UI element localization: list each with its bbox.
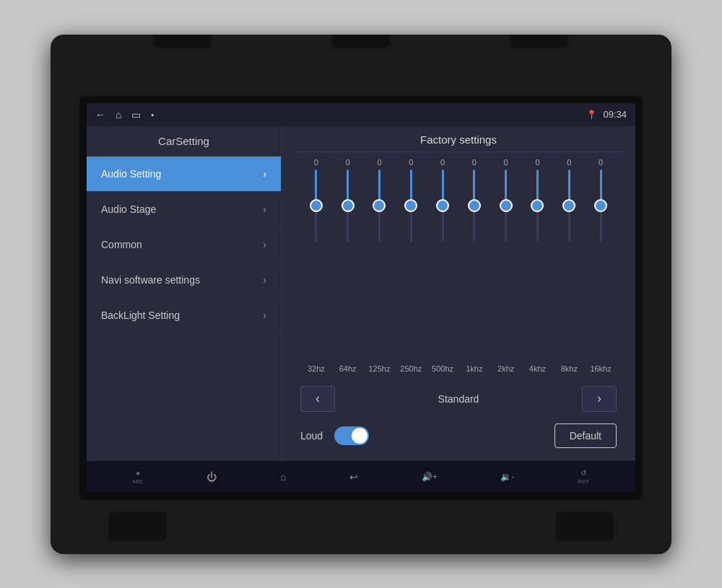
notif-icon: ▪ <box>151 110 154 119</box>
bottom-bar-power[interactable]: ⏻ <box>206 471 217 483</box>
eq-slider-col-2 <box>364 170 396 364</box>
eq-sliders-row <box>293 170 624 364</box>
eq-val-4: 0 <box>430 158 456 167</box>
top-mounting-tabs <box>51 35 671 48</box>
eq-labels-row: 32hz64hz125hz250hz500hz1khz2khz4khz8khz1… <box>293 364 624 373</box>
bottom-bar-home[interactable]: ⌂ <box>280 471 286 483</box>
loud-row: Loud Default <box>293 418 624 454</box>
equalizer: 0 0 0 0 0 0 0 0 0 0 <box>293 158 624 376</box>
sidebar-item-backlight-label: BackLight Setting <box>101 310 180 321</box>
sidebar-item-common[interactable]: Common › <box>87 227 281 263</box>
default-button[interactable]: Default <box>554 424 617 448</box>
eq-track-1[interactable] <box>347 170 349 242</box>
eq-val-8: 0 <box>556 158 582 167</box>
loud-toggle[interactable] <box>334 426 369 445</box>
home-icon: ⌂ <box>280 471 286 483</box>
eq-slider-col-0 <box>300 170 332 364</box>
eq-band-label-1: 64hz <box>335 364 361 373</box>
bottom-mount-right <box>556 512 614 541</box>
eq-track-0[interactable] <box>315 170 317 242</box>
eq-track-2[interactable] <box>378 170 380 242</box>
nav-icons: ← ⌂ ▭ ▪ <box>95 109 154 120</box>
mic-icon: ● <box>136 469 140 477</box>
sidebar-item-navi[interactable]: Navi software settings › <box>87 263 281 298</box>
eq-track-6[interactable] <box>505 170 507 242</box>
eq-slider-col-5 <box>458 170 490 364</box>
eq-track-5[interactable] <box>473 170 475 242</box>
back-nav-icon[interactable]: ← <box>95 109 105 120</box>
eq-slider-col-6 <box>490 170 522 364</box>
eq-val-9: 0 <box>588 158 614 167</box>
eq-track-7[interactable] <box>536 170 539 242</box>
eq-track-3[interactable] <box>410 170 412 242</box>
bottom-mounting-tabs <box>51 512 671 541</box>
recent-nav-icon[interactable]: ▭ <box>131 109 141 120</box>
android-screen: ← ⌂ ▭ ▪ 📍 09:34 CarSetting Audio Setting <box>87 103 635 493</box>
eq-slider-col-4 <box>427 170 458 364</box>
eq-band-label-0: 32hz <box>303 364 329 373</box>
eq-thumb-8[interactable] <box>562 199 575 212</box>
right-panel: Factory settings 0 0 0 0 0 0 0 0 0 <box>282 126 635 461</box>
eq-val-1: 0 <box>335 158 361 167</box>
eq-thumb-3[interactable] <box>404 199 417 212</box>
eq-thumb-7[interactable] <box>531 199 544 212</box>
preset-row: ‹ Standard › <box>293 380 624 418</box>
eq-track-9[interactable] <box>600 170 602 242</box>
eq-slider-col-9 <box>585 170 617 364</box>
rst-icon: ↺ <box>580 469 586 477</box>
bottom-mount-left <box>108 512 166 541</box>
status-right: 📍 09:34 <box>586 109 627 120</box>
eq-thumb-2[interactable] <box>373 199 386 212</box>
eq-thumb-9[interactable] <box>594 199 607 212</box>
tab-mount-center <box>332 35 390 48</box>
chevron-icon-common: › <box>263 239 266 250</box>
home-nav-icon[interactable]: ⌂ <box>116 109 121 120</box>
eq-band-label-5: 1khz <box>461 364 487 373</box>
bottom-bar-vol-down[interactable]: 🔉- <box>500 472 514 482</box>
eq-val-2: 0 <box>366 158 392 167</box>
sidebar-title: CarSetting <box>87 126 281 157</box>
sidebar-item-audio-setting[interactable]: Audio Setting › <box>87 157 281 192</box>
bottom-bar-vol-up[interactable]: 🔊+ <box>422 472 438 482</box>
bottom-bar-back[interactable]: ↩ <box>349 471 358 483</box>
chevron-icon-stage: › <box>263 203 266 215</box>
eq-thumb-4[interactable] <box>436 199 449 212</box>
bottom-bar-mic: ● MIC <box>133 469 144 485</box>
eq-thumb-1[interactable] <box>342 199 355 212</box>
rst-label: RST <box>578 478 589 485</box>
eq-slider-col-3 <box>395 170 427 364</box>
tab-mount-left <box>154 35 212 48</box>
screen-bezel: ← ⌂ ▭ ▪ 📍 09:34 CarSetting Audio Setting <box>79 96 643 500</box>
sidebar-item-audio-setting-label: Audio Setting <box>101 168 161 180</box>
eq-val-3: 0 <box>398 158 424 167</box>
eq-track-8[interactable] <box>568 170 570 242</box>
preset-next-button[interactable]: › <box>582 386 617 412</box>
car-unit: ← ⌂ ▭ ▪ 📍 09:34 CarSetting Audio Setting <box>51 35 671 554</box>
eq-band-label-6: 2khz <box>493 364 519 373</box>
sidebar-item-audio-stage[interactable]: Audio Stage › <box>87 192 281 227</box>
vol-down-icon: 🔉- <box>500 472 514 482</box>
time-display: 09:34 <box>603 109 627 120</box>
chevron-icon-audio: › <box>263 168 266 180</box>
power-icon: ⏻ <box>206 471 217 483</box>
back-icon: ↩ <box>349 471 358 483</box>
chevron-icon-navi: › <box>263 274 266 286</box>
bottom-bar-rst[interactable]: ↺ RST <box>578 469 589 485</box>
preset-prev-button[interactable]: ‹ <box>300 386 335 412</box>
main-content: CarSetting Audio Setting › Audio Stage ›… <box>87 126 635 461</box>
eq-thumb-0[interactable] <box>310 199 323 212</box>
bottom-bar: ● MIC ⏻ ⌂ ↩ 🔊+ 🔉- ↺ <box>87 461 635 493</box>
status-bar: ← ⌂ ▭ ▪ 📍 09:34 <box>87 103 635 126</box>
eq-thumb-5[interactable] <box>468 199 481 212</box>
sidebar-item-backlight[interactable]: BackLight Setting › <box>87 298 281 333</box>
tab-mount-right <box>510 35 568 48</box>
vol-up-icon: 🔊+ <box>422 472 438 482</box>
eq-band-label-7: 4khz <box>524 364 550 373</box>
eq-slider-col-7 <box>522 170 554 364</box>
sidebar-item-audio-stage-label: Audio Stage <box>101 203 156 215</box>
chevron-icon-backlight: › <box>263 310 266 321</box>
eq-slider-col-1 <box>332 170 364 364</box>
eq-track-4[interactable] <box>442 170 444 242</box>
eq-band-label-2: 125hz <box>366 364 392 373</box>
eq-thumb-6[interactable] <box>500 199 513 212</box>
